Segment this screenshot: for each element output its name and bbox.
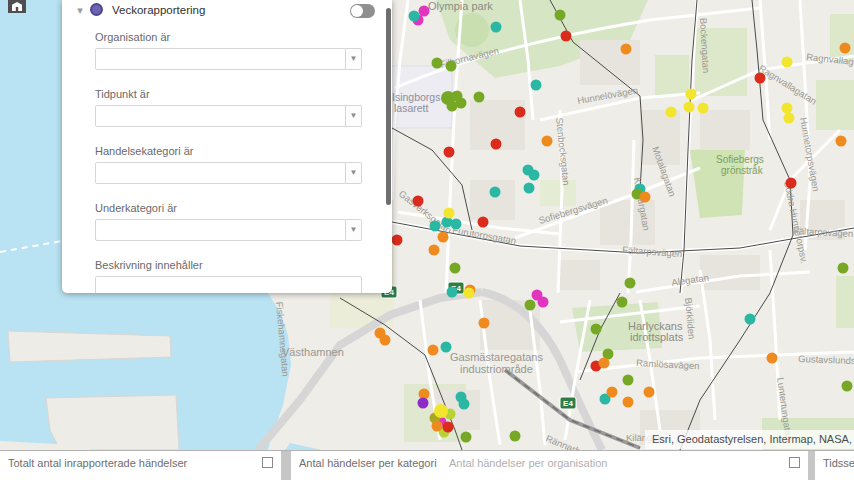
chevron-down-icon[interactable]: ▾ [74,4,86,16]
map-point-green[interactable] [461,432,472,443]
map-point-orange[interactable] [836,136,847,147]
tidpunkt-input[interactable] [95,105,346,127]
map-point-green[interactable] [446,61,457,72]
map-point-orange[interactable] [607,387,618,398]
expand-icon[interactable] [789,457,800,468]
field-label: Organisation är [95,31,362,43]
widget-total-events[interactable]: Totalt antal inrapporterade händelser [0,451,281,480]
dropdown-arrow-icon[interactable]: ▼ [346,162,362,184]
map-point-orange[interactable] [428,345,439,356]
filter-panel: ▾ Veckorapportering Organisation är ▼ Ti… [62,0,392,293]
map-point-red[interactable] [561,31,572,42]
map-point-orange[interactable] [640,192,651,203]
map-point-green[interactable] [450,263,461,274]
beskrivning-input[interactable] [95,276,362,293]
map-point-orange[interactable] [621,44,632,55]
map-point-red[interactable] [755,73,766,84]
map-point-red[interactable] [515,107,526,118]
map-point-yellow[interactable] [782,57,793,68]
map-point-orange[interactable] [429,245,440,256]
map-point-orange[interactable] [767,353,778,364]
map-point-green[interactable] [525,300,536,311]
map-point-red[interactable] [392,235,403,246]
map-point-red[interactable] [491,139,502,150]
park [816,80,854,130]
field-label: Beskrivning innehåller [95,259,362,271]
map-point-green[interactable] [625,278,636,289]
map-point-red[interactable] [786,178,797,189]
map-point-yellow[interactable] [784,113,795,124]
svg-text:E4: E4 [563,399,573,408]
map-point-orange[interactable] [599,358,610,369]
map-point-teal[interactable] [531,80,542,91]
map-point-yellow[interactable] [684,102,695,113]
handelsekategori-input[interactable] [95,162,346,184]
dropdown-arrow-icon[interactable]: ▼ [346,105,362,127]
map-point-orange[interactable] [432,421,443,432]
map-point-teal[interactable] [447,287,458,298]
map-point-yellow[interactable] [444,208,455,219]
home-button[interactable] [8,0,26,13]
map-point-green[interactable] [474,92,485,103]
map-point-green[interactable] [555,10,566,21]
map-point-orange[interactable] [438,232,449,243]
map-point-red[interactable] [413,196,424,207]
map-point-teal[interactable] [524,183,535,194]
map-point-orange[interactable] [380,335,391,346]
map-point-orange[interactable] [623,397,634,408]
map-point-green[interactable] [617,297,628,308]
map-point-yellow[interactable] [698,103,709,114]
widget-title-secondary: Antal händelser per organisation [449,457,607,469]
map-point-green[interactable] [432,58,443,69]
map-point-orange[interactable] [479,318,490,329]
widget-events-per-category[interactable]: Antal händelser per kategori Antal hände… [291,451,808,480]
bottom-widget-bar: Totalt antal inrapporterade händelser An… [0,450,854,480]
dropdown-arrow-icon[interactable]: ▼ [346,219,362,241]
organisation-input[interactable] [95,48,346,70]
map-label: Gasmästaregatans [450,351,543,363]
layer-toggle[interactable] [350,4,375,18]
map-point-magenta[interactable] [538,297,549,308]
map-point-magenta[interactable] [419,6,430,17]
toggle-knob [351,5,363,17]
map-point-yellow[interactable] [782,103,793,114]
map-point-yellow[interactable] [434,404,448,418]
expand-icon[interactable] [262,457,273,468]
underkategori-input[interactable] [95,219,346,241]
map-point-green[interactable] [591,324,602,335]
map-point-yellow[interactable] [686,89,697,100]
map-point-green[interactable] [842,381,853,392]
field-beskrivning: Beskrivning innehåller [95,259,362,293]
park [836,276,854,328]
map-point-orange[interactable] [644,387,655,398]
widget-timeseries[interactable]: Tidsseri [815,451,854,480]
map-point-teal[interactable] [409,11,420,22]
map-point-green[interactable] [510,431,521,442]
map-point-teal[interactable] [451,219,462,230]
map-point-purple[interactable] [418,398,429,409]
map-point-teal[interactable] [491,22,502,33]
map-point-red[interactable] [444,147,455,158]
map-point-green[interactable] [838,263,849,274]
map-point-teal[interactable] [745,314,756,325]
map-point-orange[interactable] [542,136,553,147]
map-point-green[interactable] [456,98,467,109]
widget-title: Antal händelser per kategori [299,457,437,469]
map-label: idrottsplats [630,331,684,343]
map-point-yellow[interactable] [464,288,475,299]
map-point-teal[interactable] [459,399,470,410]
map-label: industriområde [460,363,533,375]
widget-divider [281,451,291,480]
map-point-teal[interactable] [490,187,501,198]
pier [8,331,171,362]
panel-scrollbar[interactable] [386,8,391,205]
map-point-orange[interactable] [840,43,851,54]
map-point-red[interactable] [478,217,489,228]
map-point-green[interactable] [623,375,634,386]
map-point-teal[interactable] [430,221,441,232]
dropdown-arrow-icon[interactable]: ▼ [346,48,362,70]
map-point-yellow[interactable] [666,107,677,118]
map-point-teal[interactable] [529,170,540,181]
map-point-teal[interactable] [441,342,452,353]
map-point-red[interactable] [443,422,454,433]
